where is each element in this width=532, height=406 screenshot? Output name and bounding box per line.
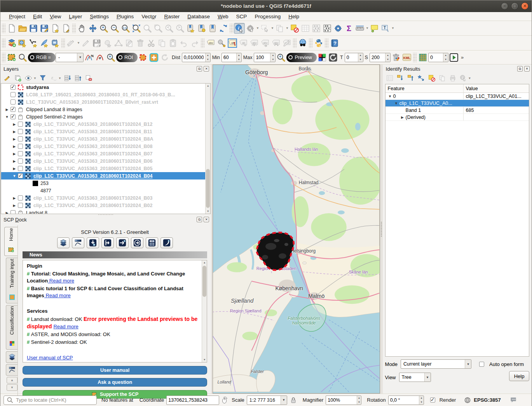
news-link[interactable]: Read more: [53, 324, 78, 329]
layer-row[interactable]: ▶clip_L1C_T33VUC_A015363_20180601T102024…: [1, 150, 210, 157]
toolbar-grip[interactable]: [293, 38, 297, 48]
styling-icon[interactable]: [3, 73, 12, 83]
maximize-button[interactable]: ▢: [511, 2, 518, 10]
crs-status[interactable]: EPSG:3857: [474, 397, 501, 403]
remove-item-icon[interactable]: [84, 73, 93, 83]
layer-row[interactable]: ▶Landsat 8: [1, 209, 210, 214]
attr-table-icon[interactable]: [300, 23, 311, 34]
menu-layer[interactable]: Layer: [65, 13, 86, 20]
toolbar-grip[interactable]: [2, 38, 5, 48]
field-calc-icon[interactable]: [311, 23, 322, 34]
cut-icon[interactable]: [146, 38, 157, 49]
select-dropdown-icon[interactable]: ▼: [270, 23, 274, 34]
hist-sigma-icon[interactable]: σ: [94, 52, 105, 63]
bandset-button[interactable]: [57, 237, 70, 248]
layer-row[interactable]: 253: [1, 179, 210, 187]
news-scrollbar[interactable]: ▲ ▼: [202, 260, 207, 362]
crs-globe-icon[interactable]: [464, 396, 471, 404]
extent-toggle-icon[interactable]: [222, 396, 229, 404]
scp-tab-classification[interactable]: Classification: [6, 305, 17, 350]
expand-all-icon[interactable]: [63, 73, 72, 83]
add-vector-icon[interactable]: [28, 38, 39, 49]
edits-icon[interactable]: [66, 38, 77, 49]
bookmark-plain-icon[interactable]: [207, 23, 218, 34]
lpen-button[interactable]: [160, 237, 173, 248]
layer-checkbox[interactable]: [18, 144, 23, 149]
trash-col-icon[interactable]: [391, 52, 401, 63]
identify-row[interactable]: ▼0clip_L1C_T33VUC_A01...: [385, 93, 529, 100]
form-view-icon[interactable]: [385, 73, 394, 83]
identify-mode-icon[interactable]: i: [459, 73, 468, 83]
identify-row[interactable]: ▼clip_L1C_T33VUC_A0...: [385, 100, 529, 107]
identify-row[interactable]: Band 1685: [385, 107, 529, 114]
layers-float-button[interactable]: ⧉: [197, 66, 202, 71]
feature-action-icon[interactable]: [245, 23, 256, 34]
scp-logo-icon[interactable]: [6, 52, 17, 63]
rotation-spinbox[interactable]: ▲▼: [388, 396, 424, 405]
toolbar-grip[interactable]: [230, 24, 233, 33]
add-raster-icon[interactable]: [50, 38, 61, 49]
layer-checkbox[interactable]: [18, 195, 23, 200]
scale-combobox[interactable]: 1:2 777 316▼: [247, 396, 287, 405]
rgb-combobox[interactable]: -▼: [56, 53, 84, 62]
label-rotate-icon[interactable]: abc: [270, 38, 281, 49]
zoom-out-icon[interactable]: −: [109, 23, 120, 34]
layer-checkbox[interactable]: [18, 159, 23, 164]
zoom-full-icon[interactable]: [131, 23, 142, 34]
toggle-edit-icon[interactable]: [80, 38, 91, 49]
layer-row[interactable]: studyarea: [1, 84, 210, 91]
menu-plugins[interactable]: Plugins: [113, 13, 138, 20]
run-arrow-icon[interactable]: [448, 52, 459, 63]
circ-undo-icon[interactable]: [159, 52, 170, 63]
layer-row[interactable]: ▶clip_L1C_T33VUC_A015363_20180601T102024…: [1, 135, 210, 143]
magnifier-spinbox[interactable]: ▲▼: [326, 396, 361, 405]
layer-row[interactable]: ▶clip_L1C_T33VUC_A015363_20180601T102024…: [1, 165, 210, 172]
label-edit-icon[interactable]: abc: [281, 38, 292, 49]
maptips-icon[interactable]: [369, 23, 380, 34]
close-button[interactable]: ✕: [521, 2, 529, 10]
statistics-icon[interactable]: Σ: [344, 23, 354, 34]
render-checkbox[interactable]: [430, 397, 435, 403]
layer-row[interactable]: ▶clip_L1C_T33VUC_A015363_20180601T102024…: [1, 194, 210, 202]
news-link[interactable]: Read more: [48, 278, 74, 284]
layer-checkbox[interactable]: [18, 129, 23, 134]
menu-view[interactable]: View: [46, 13, 65, 20]
scp-tab-home[interactable]: Home: [4, 227, 17, 256]
grid-calc-icon[interactable]: [417, 52, 428, 63]
layer-checkbox[interactable]: [18, 122, 23, 127]
modify-icon[interactable]: [124, 38, 135, 49]
save-as-icon[interactable]: [39, 23, 50, 34]
add-feather-icon[interactable]: [39, 38, 50, 49]
undo-icon[interactable]: [178, 38, 189, 49]
zoom-layer-icon[interactable]: [153, 23, 164, 34]
toolbar-grip[interactable]: [2, 24, 5, 33]
scroll-up-button[interactable]: ▲: [7, 377, 17, 383]
measure-dropdown-icon[interactable]: ▼: [365, 23, 369, 34]
new-layout-icon[interactable]: [50, 23, 61, 34]
auto-open-form-checkbox[interactable]: [479, 362, 484, 367]
add-group-icon[interactable]: [13, 73, 23, 83]
processing-icon[interactable]: [333, 23, 344, 34]
layer-row[interactable]: ▶clip_L1C_T33VUC_A015363_20180601T102024…: [1, 202, 210, 209]
redo-icon[interactable]: [189, 38, 200, 49]
deselect-dropdown-icon[interactable]: ▼: [285, 23, 289, 34]
kml-icon[interactable]: KML: [401, 52, 412, 63]
hist-pct-icon[interactable]: %: [84, 52, 94, 63]
new-project-icon[interactable]: [6, 23, 17, 34]
layer-checkbox[interactable]: [18, 136, 23, 141]
toolbar-grip[interactable]: [72, 24, 76, 33]
scp-tab-spectral-tab[interactable]: [6, 364, 17, 376]
help-button[interactable]: Help: [509, 371, 529, 381]
label-ab-icon[interactable]: ab: [238, 38, 249, 49]
abacus-icon[interactable]: [322, 23, 333, 34]
roi-poly-icon[interactable]: [138, 52, 148, 63]
spectral-button[interactable]: [72, 237, 84, 248]
layer-checkbox[interactable]: [18, 203, 23, 208]
layer-checkbox[interactable]: [10, 210, 16, 214]
layers-close-button[interactable]: ✕: [204, 66, 209, 71]
locate-search-input[interactable]: Type to locate (Ctrl+K): [3, 396, 97, 405]
menu-database[interactable]: Database: [183, 13, 214, 20]
label-pin-h-icon[interactable]: ab: [227, 38, 238, 49]
open-project-icon[interactable]: [17, 23, 28, 34]
layer-row[interactable]: ▶clip_L1C_T33VUC_A015363_20180601T102024…: [1, 157, 210, 165]
